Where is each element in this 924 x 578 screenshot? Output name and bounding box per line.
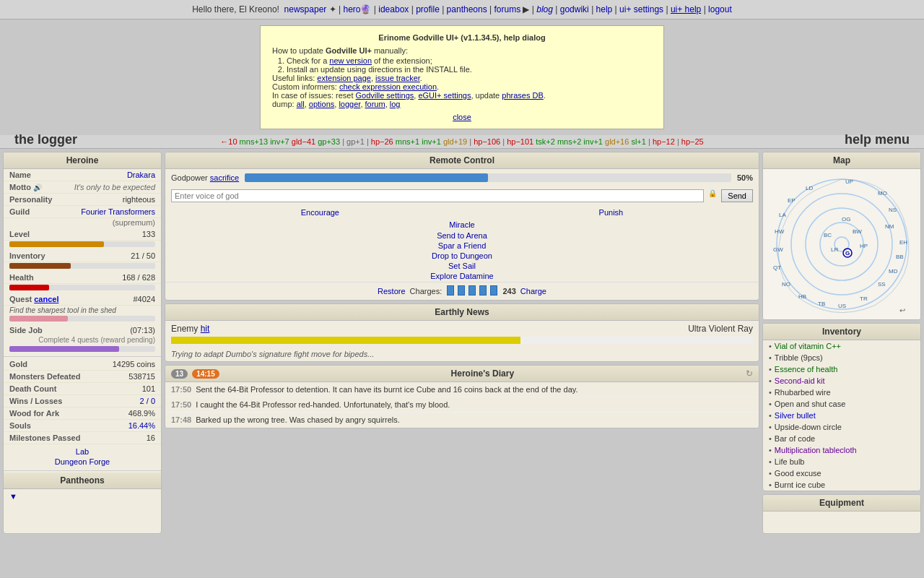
nav-help[interactable]: help	[596, 4, 613, 14]
help-dump-all[interactable]: all	[297, 100, 305, 108]
rc-charges-count: 243	[502, 287, 515, 296]
rc-sacrifice-link[interactable]: sacrifice	[210, 173, 239, 182]
nav-blog[interactable]: blog	[536, 4, 553, 14]
heroine-quest-row: Quest cancel #4024	[4, 293, 161, 306]
rc-miracle-link[interactable]: Miracle	[449, 220, 474, 229]
heroine-quest-cancel-link[interactable]: cancel	[34, 295, 58, 303]
help-new-version-link[interactable]: new version	[329, 56, 372, 65]
rc-godpower-row: Godpower sacrifice 50%	[165, 169, 759, 186]
help-step-2: Install an update using directions in th…	[287, 65, 652, 74]
nav-forums[interactable]: forums	[494, 4, 520, 14]
heroine-personality-row: Personality righteous	[4, 194, 161, 206]
map-node-BW: BW	[853, 228, 862, 235]
rc-spar-friend-link[interactable]: Spar a Friend	[438, 241, 487, 250]
map-node-TB: TB	[818, 301, 825, 307]
heroine-wins-link[interactable]: 2 / 0	[140, 397, 155, 405]
rc-restore-link[interactable]: Restore	[378, 287, 406, 296]
help-egui-settings[interactable]: eGUI+ settings	[418, 91, 471, 100]
heroine-wood-label: Wood for Ark	[9, 409, 59, 418]
en-enemy-hit-link[interactable]: hit	[201, 324, 210, 334]
rc-charge-link[interactable]: Charge	[520, 287, 546, 296]
inv-bullet-10: •	[769, 457, 772, 466]
heroine-wins-value: 2 / 0	[140, 397, 155, 405]
nav-pantheons[interactable]: pantheons	[447, 4, 487, 14]
map-node-GW: GW	[773, 246, 783, 253]
map-node-MO: MO	[878, 190, 887, 197]
help-phrases-db[interactable]: phrases DB	[502, 91, 543, 100]
rc-encourage-link[interactable]: Encourage	[301, 208, 339, 217]
heroine-quest-desc: Find the sharpest tool in the shed	[4, 306, 161, 315]
heroine-wins-label: Wins / Losses	[9, 397, 62, 405]
heroine-side-job-bar-fill	[9, 346, 119, 352]
rc-actions-row: Encourage Punish	[165, 205, 759, 220]
help-dump-forum[interactable]: forum	[365, 100, 385, 108]
town-lab-link[interactable]: Lab	[76, 447, 89, 456]
nav-ideabox[interactable]: ideabox	[378, 4, 409, 14]
rc-godpower-label: Godpower sacrifice	[171, 173, 239, 182]
heroine-inventory-value: 21 / 50	[131, 251, 155, 260]
rc-punish-link[interactable]: Punish	[599, 208, 624, 217]
help-dialog-body: How to update Godville UI+ manually: Che…	[272, 46, 652, 108]
heroine-souls-row: Souls 16.44%	[4, 420, 161, 432]
charge-pip-1	[447, 285, 454, 296]
help-check-expression[interactable]: check expression execution	[339, 82, 437, 91]
rc-voice-input[interactable]	[171, 189, 704, 202]
heroine-quest-label: Quest cancel	[9, 295, 58, 303]
town-dungeon-forge-link[interactable]: Dungeon Forge	[55, 457, 110, 466]
help-issue-tracker[interactable]: issue tracker	[375, 74, 420, 82]
help-extension-page[interactable]: extension page	[317, 74, 371, 82]
map-node-LD: LD	[806, 185, 813, 191]
heroine-level-row: Level 133	[4, 228, 161, 241]
nav-hero[interactable]: hero🔮	[343, 4, 371, 14]
en-enemy-row: Enemy hit Ultra Violent Ray	[165, 321, 759, 337]
help-dump-log[interactable]: log	[390, 100, 401, 108]
map-node-US: US	[838, 303, 846, 309]
pantheons-header: Pantheons	[4, 473, 161, 489]
inventory-panel: Inventory • Vial of vitamin C++ • Tribbl…	[762, 323, 921, 491]
pantheons-content: ▼	[4, 489, 161, 518]
nav-profile[interactable]: profile	[416, 4, 440, 14]
heroine-side-job-bar-container	[4, 346, 161, 355]
inv-item-2: • Essence of health	[763, 363, 920, 375]
heroine-monsters-row: Monsters Defeated 538715	[4, 371, 161, 383]
log-entry-17: hp−25	[681, 137, 704, 146]
nav-godwiki[interactable]: godwiki	[560, 4, 589, 14]
rc-charges-row: Restore Charges: 243 Charge	[165, 282, 759, 300]
rc-voice-icon: 🔒	[707, 189, 718, 202]
heroine-souls-link[interactable]: 16.44%	[128, 421, 155, 430]
heroine-motto-row: Motto 🔊 It's only to be expected	[4, 181, 161, 194]
heroine-gold-row: Gold 14295 coins	[4, 358, 161, 371]
heroine-motto-label: Motto 🔊	[9, 183, 42, 191]
map-header: Map	[763, 152, 920, 169]
map-node-EH: EH	[899, 239, 907, 246]
rc-explore-datamine-link[interactable]: Explore Datamine	[430, 272, 493, 280]
diary-refresh-icon[interactable]: ↻	[746, 368, 753, 379]
help-dump-logger[interactable]: logger	[339, 100, 360, 108]
town-links: Lab Dungeon Forge	[4, 444, 161, 469]
nav-ui-help[interactable]: ui+ help	[671, 4, 701, 14]
nav-logout[interactable]: logout	[708, 4, 732, 14]
help-dump-options[interactable]: options	[309, 100, 334, 108]
map-panel: Map UP MO NS NM EH	[762, 152, 921, 320]
heroine-name-value: Drakara	[127, 171, 155, 179]
rc-send-arena-link[interactable]: Send to Arena	[437, 231, 487, 240]
charge-pip-3	[468, 285, 476, 296]
help-godville-settings[interactable]: Godville settings	[356, 91, 414, 100]
rc-send-button[interactable]: Send	[721, 189, 753, 202]
rc-set-sail-link[interactable]: Set Sail	[448, 262, 476, 270]
heroine-death-label: Death Count	[9, 384, 56, 393]
heroine-motto-value: It's only to be expected	[74, 183, 155, 191]
nav-ui-settings[interactable]: ui+ settings	[619, 4, 663, 14]
nav-newspaper[interactable]: newspaper	[284, 4, 327, 14]
remote-control-panel: Remote Control Godpower sacrifice 50% 🔒 …	[165, 152, 759, 301]
inv-item-10: • Life bulb	[763, 456, 920, 467]
heroine-inventory-bar	[9, 263, 155, 269]
rc-drop-dungeon-link[interactable]: Drop to Dungeon	[432, 251, 492, 260]
heroine-guild-link[interactable]: Fourier Transformers	[81, 207, 155, 216]
header-nav: newspaper ✦ | hero🔮 | ideabox | profile …	[282, 4, 732, 14]
heroine-name-link[interactable]: Drakara	[127, 171, 155, 179]
diary-entry-2: 17:48 Barked up the wrong tree. Was chas…	[165, 413, 759, 428]
help-close-link[interactable]: close	[453, 113, 471, 121]
pantheons-expand-icon[interactable]: ▼	[9, 492, 17, 501]
heroine-side-job-bar	[9, 346, 155, 352]
